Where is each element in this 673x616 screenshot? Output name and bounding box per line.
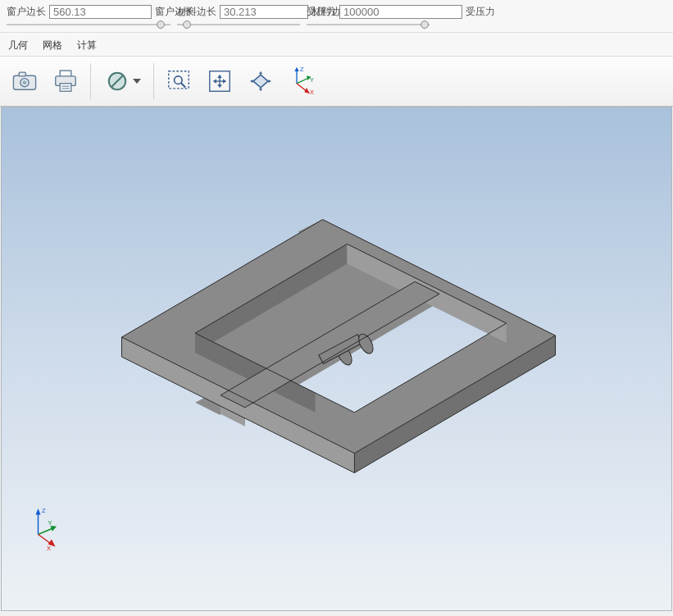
rotate-icon <box>247 67 275 95</box>
dropdown-arrow-icon <box>133 79 141 84</box>
window-length-label-pre: 窗户边长 <box>7 5 46 19</box>
screenshot-button[interactable] <box>5 62 44 101</box>
param-window-length: 窗户边长 窗户边长 <box>7 5 171 30</box>
svg-line-13 <box>181 83 185 87</box>
param-material-length: 材料边长 材料边长 <box>177 5 300 30</box>
material-length-input[interactable] <box>220 5 308 19</box>
zoom-select-icon <box>165 67 193 95</box>
tab-mesh[interactable]: 网格 <box>41 36 64 56</box>
tab-geometry[interactable]: 几何 <box>7 36 30 56</box>
svg-line-52 <box>39 528 53 535</box>
parameter-bar: 窗户边长 窗户边长 材料边长 材料边长 受压力 受压力 <box>0 0 673 32</box>
svg-point-12 <box>175 76 183 84</box>
svg-point-3 <box>23 80 27 84</box>
svg-text:Z: Z <box>300 66 304 73</box>
camera-icon <box>11 67 39 95</box>
fit-view-button[interactable] <box>200 62 239 101</box>
pressure-label-pre: 受压力 <box>307 5 336 19</box>
axis-orientation-button[interactable]: Z Y X <box>282 63 318 99</box>
svg-line-21 <box>297 78 309 84</box>
pressure-input[interactable] <box>339 5 462 19</box>
material-length-slider[interactable] <box>177 19 300 30</box>
svg-text:Z: Z <box>42 507 46 514</box>
print-button[interactable] <box>46 62 85 101</box>
svg-marker-18 <box>254 75 267 87</box>
pressure-slider[interactable] <box>307 19 430 30</box>
view-tabs: 几何 网格 计算 <box>0 32 673 56</box>
move-icon <box>206 67 234 95</box>
toolbar-separator <box>90 63 91 99</box>
model-3d <box>2 107 671 610</box>
toolbar-separator <box>153 63 154 99</box>
tab-compute[interactable]: 计算 <box>75 36 98 56</box>
window-length-input[interactable] <box>49 5 152 19</box>
suppress-button[interactable] <box>96 62 148 101</box>
svg-rect-11 <box>169 71 189 89</box>
svg-text:Y: Y <box>48 519 52 527</box>
svg-text:Y: Y <box>310 76 314 84</box>
axis-icon: Z Y X <box>284 65 316 98</box>
viewport-3d[interactable]: Z Y X <box>1 107 672 611</box>
pressure-label-post: 受压力 <box>466 5 495 19</box>
print-icon <box>52 67 80 95</box>
svg-text:X: X <box>47 545 51 552</box>
not-allowed-icon <box>103 67 131 95</box>
zoom-select-button[interactable] <box>159 62 198 101</box>
svg-rect-1 <box>19 72 25 76</box>
window-length-slider[interactable] <box>7 19 171 30</box>
param-pressure: 受压力 受压力 <box>307 5 430 30</box>
toolbar: Z Y X <box>0 56 673 107</box>
svg-rect-6 <box>60 84 71 92</box>
svg-text:X: X <box>310 89 314 96</box>
material-length-label-pre: 材料边长 <box>177 5 216 19</box>
axis-triad: Z Y X <box>25 504 74 553</box>
rotate-view-button[interactable] <box>241 62 280 101</box>
